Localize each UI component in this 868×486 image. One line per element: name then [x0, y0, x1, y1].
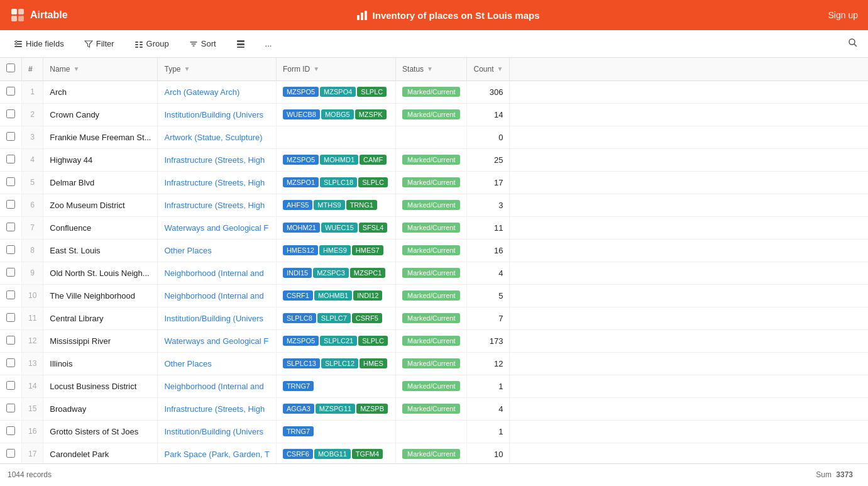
svg-rect-12 [135, 41, 138, 43]
row-num: 16 [22, 420, 43, 443]
table-row[interactable]: 2Crown CandyInstitution/Building (Univer… [0, 103, 868, 126]
row-checkbox[interactable] [6, 200, 15, 209]
row-num: 3 [22, 126, 43, 148]
row-count: 4 [467, 397, 510, 420]
signup-button[interactable]: Sign up [828, 10, 858, 20]
row-checkbox-cell [0, 194, 22, 216]
row-checkbox[interactable] [6, 426, 15, 435]
table-row[interactable]: 1ArchArch (Gateway Arch)MZSPO5MZSPO4SLPL… [0, 80, 868, 103]
row-checkbox-cell [0, 352, 22, 375]
table-row[interactable]: 16Grotto Sisters of St JoesInstitution/B… [0, 420, 868, 443]
more-button[interactable]: ... [261, 36, 276, 51]
header-count[interactable]: Count ▼ [467, 58, 510, 80]
row-count: 3 [467, 194, 510, 216]
header-name[interactable]: Name ▼ [43, 58, 158, 80]
sort-icon [189, 40, 198, 48]
row-name[interactable]: East St. Louis [43, 239, 158, 262]
hide-fields-button[interactable]: Hide fields [10, 36, 68, 51]
row-num: 7 [22, 216, 43, 239]
form-id-tag: SLPLC21 [320, 336, 357, 346]
row-checkbox[interactable] [6, 177, 15, 186]
table-row[interactable]: 5Delmar BlvdInfrastructure (Streets, Hig… [0, 171, 868, 194]
table-row[interactable]: 17Carondelet ParkPark Space (Park, Garde… [0, 443, 868, 465]
table-row[interactable]: 11Central LibraryInstitution/Building (U… [0, 307, 868, 329]
form-id-tag: MTHS9 [314, 200, 344, 210]
row-name[interactable]: Locust Business District [43, 375, 158, 397]
table-row[interactable]: 14Locust Business DistrictNeighborhood (… [0, 375, 868, 397]
table-row[interactable]: 13IllinoisOther PlacesSLPLC13SLPLC12HMES… [0, 352, 868, 375]
search-button[interactable] [848, 38, 858, 50]
row-checkbox[interactable] [6, 109, 15, 118]
row-type: Artwork (Statue, Sculpture) [158, 126, 276, 148]
row-type: Neighborhood (Internal and [158, 284, 276, 307]
table-row[interactable]: 8East St. LouisOther PlacesHMES12HMES9HM… [0, 239, 868, 262]
form-id-tag: MZSPC3 [313, 268, 349, 278]
table-row[interactable]: 9Old North St. Louis Neigh...Neighborhoo… [0, 262, 868, 284]
row-name[interactable]: Highway 44 [43, 148, 158, 171]
row-name[interactable]: Illinois [43, 352, 158, 375]
row-checkbox-cell [0, 126, 22, 148]
row-name[interactable]: Old North St. Louis Neigh... [43, 262, 158, 284]
table-row[interactable]: 10The Ville NeighborhoodNeighborhood (In… [0, 284, 868, 307]
table-row[interactable]: 15BroadwayInfrastructure (Streets, HighA… [0, 397, 868, 420]
row-name[interactable]: Frankie Muse Freeman St... [43, 126, 158, 148]
row-name[interactable]: Zoo Museum District [43, 194, 158, 216]
row-checkbox[interactable] [6, 381, 15, 390]
row-checkbox[interactable] [6, 268, 15, 277]
row-checkbox-cell [0, 239, 22, 262]
status-badge: Marked/Current [402, 290, 460, 301]
table-row[interactable]: 3Frankie Muse Freeman St...Artwork (Stat… [0, 126, 868, 148]
row-checkbox[interactable] [6, 87, 15, 96]
header-status[interactable]: Status ▼ [396, 58, 467, 80]
svg-rect-19 [237, 43, 244, 45]
app-logo[interactable]: Airtable [10, 8, 68, 23]
app-name: Airtable [30, 9, 68, 21]
row-checkbox[interactable] [6, 132, 15, 141]
row-formid: TRNG7 [276, 420, 395, 443]
row-count: 0 [467, 126, 510, 148]
row-num: 12 [22, 329, 43, 352]
row-checkbox-cell [0, 443, 22, 465]
row-checkbox[interactable] [6, 223, 15, 231]
group-button[interactable]: Group [131, 36, 173, 51]
row-name[interactable]: Carondelet Park [43, 443, 158, 465]
row-name[interactable]: The Ville Neighborhood [43, 284, 158, 307]
row-checkbox[interactable] [6, 358, 15, 367]
row-name[interactable]: Delmar Blvd [43, 171, 158, 194]
row-checkbox[interactable] [6, 290, 15, 299]
row-name[interactable]: Central Library [43, 307, 158, 329]
status-badge: Marked/Current [402, 381, 460, 391]
row-count: 25 [467, 148, 510, 171]
svg-rect-3 [18, 16, 24, 21]
header-type[interactable]: Type ▼ [158, 58, 276, 80]
header-formid[interactable]: Form ID ▼ [276, 58, 395, 80]
row-name[interactable]: Broadway [43, 397, 158, 420]
row-checkbox[interactable] [6, 245, 15, 254]
row-checkbox[interactable] [6, 404, 15, 412]
row-type: Waterways and Geological F [158, 329, 276, 352]
row-name[interactable]: Crown Candy [43, 103, 158, 126]
table-row[interactable]: 7ConfluenceWaterways and Geological FMOH… [0, 216, 868, 239]
table-row[interactable]: 6Zoo Museum DistrictInfrastructure (Stre… [0, 194, 868, 216]
filter-button[interactable]: Filter [80, 36, 118, 51]
row-checkbox[interactable] [6, 449, 15, 458]
row-name[interactable]: Grotto Sisters of St Joes [43, 420, 158, 443]
row-name[interactable]: Confluence [43, 216, 158, 239]
row-empty [510, 375, 868, 397]
row-empty [510, 194, 868, 216]
form-id-tag: HMES9 [319, 245, 351, 255]
row-num: 1 [22, 80, 43, 103]
form-id-tag: TRNG1 [346, 200, 377, 210]
sort-button[interactable]: Sort [185, 36, 220, 51]
table-row[interactable]: 12Mississippi RiverWaterways and Geologi… [0, 329, 868, 352]
row-checkbox[interactable] [6, 313, 15, 322]
row-height-button[interactable] [233, 37, 249, 51]
row-checkbox[interactable] [6, 155, 15, 163]
row-name[interactable]: Mississippi River [43, 329, 158, 352]
row-empty [510, 239, 868, 262]
row-empty [510, 284, 868, 307]
table-row[interactable]: 4Highway 44Infrastructure (Streets, High… [0, 148, 868, 171]
row-checkbox[interactable] [6, 336, 15, 345]
row-name[interactable]: Arch [43, 80, 158, 103]
select-all-checkbox[interactable] [6, 64, 15, 72]
